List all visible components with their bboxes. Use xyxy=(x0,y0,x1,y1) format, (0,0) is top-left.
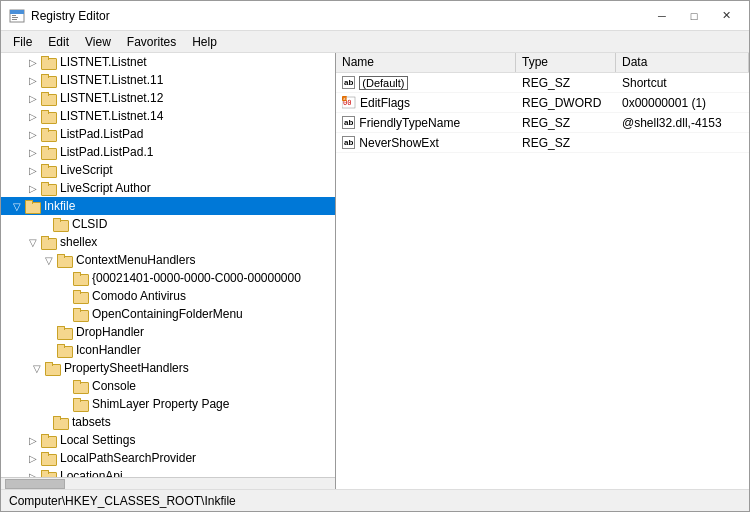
tree-label: tabsets xyxy=(72,415,111,429)
reg-dword-icon: 00 ab xyxy=(342,96,356,109)
tree-label: IconHandler xyxy=(76,343,141,357)
nevershowext-label: NeverShowExt xyxy=(359,136,438,150)
tree-item-iconhandler[interactable]: IconHandler xyxy=(1,341,335,359)
details-pane: Name Type Data ab (Default) REG_SZ Short… xyxy=(336,53,749,489)
statusbar: Computer\HKEY_CLASSES_ROOT\Inkfile xyxy=(1,489,749,511)
folder-icon xyxy=(41,109,57,123)
folder-icon xyxy=(73,307,89,321)
col-header-type: Type xyxy=(516,53,616,72)
cell-data-editflags: 0x00000001 (1) xyxy=(616,94,749,112)
folder-icon xyxy=(57,253,73,267)
expander-listnet12: ▷ xyxy=(25,90,41,106)
tree-item-propertysheet[interactable]: ▽ PropertySheetHandlers xyxy=(1,359,335,377)
folder-icon xyxy=(41,145,57,159)
tree-item-clsid[interactable]: CLSID xyxy=(1,215,335,233)
cell-name-nevershowext: ab NeverShowExt xyxy=(336,134,516,152)
detail-row-default[interactable]: ab (Default) REG_SZ Shortcut xyxy=(336,73,749,93)
detail-row-nevershowext[interactable]: ab NeverShowExt REG_SZ xyxy=(336,133,749,153)
details-header: Name Type Data xyxy=(336,53,749,73)
tree-item-listnet14[interactable]: ▷ LISTNET.Listnet.14 xyxy=(1,107,335,125)
tree-label: Local Settings xyxy=(60,433,135,447)
folder-icon xyxy=(53,415,69,429)
folder-icon xyxy=(25,199,41,213)
detail-row-friendlytypename[interactable]: ab FriendlyTypeName REG_SZ @shell32.dll,… xyxy=(336,113,749,133)
menu-edit[interactable]: Edit xyxy=(40,33,77,51)
tree-label: Inkfile xyxy=(44,199,75,213)
folder-icon xyxy=(41,73,57,87)
tree-item-inkfile[interactable]: ▽ Inkfile xyxy=(1,197,335,215)
svg-rect-3 xyxy=(12,17,18,18)
menu-favorites[interactable]: Favorites xyxy=(119,33,184,51)
detail-row-editflags[interactable]: 00 ab EditFlags REG_DWORD 0x00000001 (1) xyxy=(336,93,749,113)
tree-item-listnet12[interactable]: ▷ LISTNET.Listnet.12 xyxy=(1,89,335,107)
col-header-data: Data xyxy=(616,53,749,72)
hscroll-thumb[interactable] xyxy=(5,479,65,489)
menu-help[interactable]: Help xyxy=(184,33,225,51)
expander-inkfile: ▽ xyxy=(9,198,25,214)
details-rows: ab (Default) REG_SZ Shortcut 00 ab xyxy=(336,73,749,489)
expander-listnet14: ▷ xyxy=(25,108,41,124)
folder-icon xyxy=(53,217,69,231)
title-bar-left: Registry Editor xyxy=(9,8,110,24)
tree-item-comodo[interactable]: Comodo Antivirus xyxy=(1,287,335,305)
tree-item-contextmenu[interactable]: ▽ ContextMenuHandlers xyxy=(1,251,335,269)
tree-item-opencontaining[interactable]: OpenContainingFolderMenu xyxy=(1,305,335,323)
cell-name-editflags: 00 ab EditFlags xyxy=(336,94,516,112)
tree-item-locationapi[interactable]: ▷ LocationApi xyxy=(1,467,335,477)
tree-label: PropertySheetHandlers xyxy=(64,361,189,375)
tree-label: DropHandler xyxy=(76,325,144,339)
tree-item-guid[interactable]: {00021401-0000-0000-C000-00000000 xyxy=(1,269,335,287)
tree-item-listpad1[interactable]: ▷ ListPad.ListPad.1 xyxy=(1,143,335,161)
tree-item-shellex[interactable]: ▽ shellex xyxy=(1,233,335,251)
expander-listnet11: ▷ xyxy=(25,72,41,88)
folder-icon xyxy=(57,325,73,339)
tree-item-listnet11[interactable]: ▷ LISTNET.Listnet.11 xyxy=(1,71,335,89)
cell-name-default: ab (Default) xyxy=(336,74,516,92)
expander-localpathsearch: ▷ xyxy=(25,450,41,466)
registry-editor-icon xyxy=(9,8,25,24)
folder-icon xyxy=(41,469,57,477)
tree-label: Comodo Antivirus xyxy=(92,289,186,303)
minimize-button[interactable]: ─ xyxy=(647,6,677,26)
cell-type-nevershowext: REG_SZ xyxy=(516,134,616,152)
tree-scroll[interactable]: ▷ LISTNET.Listnet ▷ LISTNET.Listnet.11 ▷… xyxy=(1,53,335,477)
menu-view[interactable]: View xyxy=(77,33,119,51)
close-button[interactable]: ✕ xyxy=(711,6,741,26)
tree-item-drophandler[interactable]: DropHandler xyxy=(1,323,335,341)
tree-item-livescriptauthor[interactable]: ▷ LiveScript Author xyxy=(1,179,335,197)
tree-item-localsettings[interactable]: ▷ Local Settings xyxy=(1,431,335,449)
menu-file[interactable]: File xyxy=(5,33,40,51)
folder-icon xyxy=(45,361,61,375)
tree-item-console[interactable]: Console xyxy=(1,377,335,395)
title-bar: Registry Editor ─ □ ✕ xyxy=(1,1,749,31)
registry-editor-window: Registry Editor ─ □ ✕ File Edit View Fav… xyxy=(0,0,750,512)
tree-item-listpad[interactable]: ▷ ListPad.ListPad xyxy=(1,125,335,143)
expander-locationapi: ▷ xyxy=(25,468,41,477)
editflags-label: EditFlags xyxy=(360,96,410,110)
content-area: ▷ LISTNET.Listnet ▷ LISTNET.Listnet.11 ▷… xyxy=(1,53,749,489)
expander-listpad: ▷ xyxy=(25,126,41,142)
expander-livescript: ▷ xyxy=(25,162,41,178)
folder-icon xyxy=(41,55,57,69)
tree-hscroll[interactable] xyxy=(1,477,335,489)
cell-type-editflags: REG_DWORD xyxy=(516,94,616,112)
title-bar-controls: ─ □ ✕ xyxy=(647,6,741,26)
svg-rect-4 xyxy=(12,19,17,20)
folder-icon xyxy=(41,127,57,141)
expander-listnet: ▷ xyxy=(25,54,41,70)
svg-text:ab: ab xyxy=(343,96,348,101)
tree-item-listnet[interactable]: ▷ LISTNET.Listnet xyxy=(1,53,335,71)
tree-label: LocalPathSearchProvider xyxy=(60,451,196,465)
tree-item-livescript[interactable]: ▷ LiveScript xyxy=(1,161,335,179)
tree-item-localpathsearch[interactable]: ▷ LocalPathSearchProvider xyxy=(1,449,335,467)
folder-icon xyxy=(73,271,89,285)
maximize-button[interactable]: □ xyxy=(679,6,709,26)
tree-item-shimlayer[interactable]: ShimLayer Property Page xyxy=(1,395,335,413)
tree-label: CLSID xyxy=(72,217,107,231)
tree-label: LISTNET.Listnet.12 xyxy=(60,91,163,105)
tree-label: shellex xyxy=(60,235,97,249)
tree-item-tabsets[interactable]: tabsets xyxy=(1,413,335,431)
expander-propertysheet: ▽ xyxy=(29,360,45,376)
tree-label: Console xyxy=(92,379,136,393)
col-header-name: Name xyxy=(336,53,516,72)
